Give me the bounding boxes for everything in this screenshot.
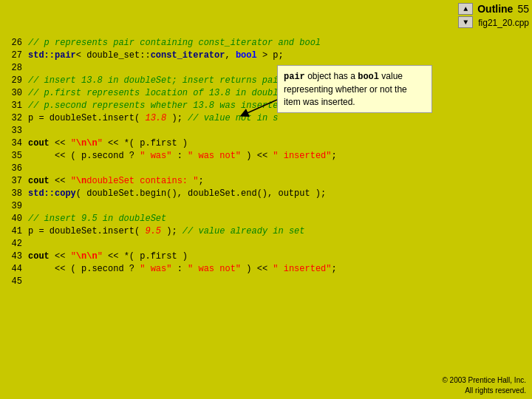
code-area: 26 // p represents pair containing const…: [0, 33, 532, 369]
code-line-33: 33: [0, 125, 532, 137]
line-num-35: 35: [0, 150, 28, 163]
code-line-36: 36: [0, 163, 532, 175]
tooltip-pair-keyword: pair: [284, 72, 305, 82]
code-line-29: 29 // insert 13.8 in doubleSet; insert r…: [0, 75, 532, 87]
code-line-27: 27 std::pair< double_set::const_iterator…: [0, 50, 532, 62]
code-line-30: 30 // p.first represents location of 13.…: [0, 87, 532, 100]
line-num-43: 43: [0, 250, 28, 263]
down-arrow-button[interactable]: ▼: [458, 16, 473, 28]
line-content-26: // p represents pair containing const_it…: [28, 37, 532, 50]
line-num-42: 42: [0, 238, 28, 250]
line-num-26: 26: [0, 37, 28, 50]
line-num-32: 32: [0, 112, 28, 125]
page-number: 55: [517, 3, 529, 15]
filename-badge: fig21_20.cpp: [478, 18, 529, 28]
line-content-44: << ( p.second ? " was" : " was not" ) <<…: [28, 263, 532, 276]
line-num-39: 39: [0, 200, 28, 213]
line-num-28: 28: [0, 62, 28, 75]
footer: © 2003 Prentice Hall, Inc. All rights re…: [442, 375, 526, 396]
line-num-31: 31: [0, 100, 28, 112]
line-content-37: cout << "\ndoubleSet contains: ";: [28, 175, 532, 188]
code-line-31: 31 // p.second represents whether 13.8 w…: [0, 100, 532, 112]
tooltip-text1: object has a: [305, 71, 358, 81]
header-row: ▲ ▼ Outline 55: [0, 3, 532, 28]
rights-line: All rights reserved.: [442, 386, 526, 396]
code-line-28: 28: [0, 62, 532, 75]
line-num-30: 30: [0, 87, 28, 100]
line-num-29: 29: [0, 75, 28, 87]
outline-label: Outline: [477, 3, 513, 15]
line-num-34: 34: [0, 137, 28, 150]
line-content-41: p = doubleSet.insert( 9.5 ); // value al…: [28, 225, 532, 238]
code-line-40: 40 // insert 9.5 in doubleSet: [0, 213, 532, 225]
code-line-41: 41 p = doubleSet.insert( 9.5 ); // value…: [0, 225, 532, 238]
line-num-41: 41: [0, 225, 28, 238]
line-content-38: std::copy( doubleSet.begin(), doubleSet.…: [28, 188, 532, 200]
line-content-34: cout << "\n\n" << *( p.first ): [28, 137, 532, 150]
line-content-27: std::pair< double_set::const_iterator, b…: [28, 50, 532, 62]
line-num-33: 33: [0, 125, 28, 137]
code-line-42: 42: [0, 238, 532, 250]
line-num-37: 37: [0, 175, 28, 188]
main-container: ▲ ▼ Outline 55 fig21_20.cpp 26 // p repr…: [0, 0, 532, 399]
line-num-44: 44: [0, 263, 28, 276]
line-num-27: 27: [0, 50, 28, 62]
code-line-32: 32 p = doubleSet.insert( 13.8 ); // valu…: [0, 112, 532, 125]
code-line-38: 38 std::copy( doubleSet.begin(), doubleS…: [0, 188, 532, 200]
tooltip-box: pair object has a bool value representin…: [277, 65, 432, 113]
nav-arrows: ▲ ▼: [458, 3, 473, 28]
code-line-35: 35 << ( p.second ? " was" : " was not" )…: [0, 150, 532, 163]
code-line-44: 44 << ( p.second ? " was" : " was not" )…: [0, 263, 532, 276]
code-line-45: 45: [0, 276, 532, 288]
line-content-40: // insert 9.5 in doubleSet: [28, 213, 532, 225]
line-content-35: << ( p.second ? " was" : " was not" ) <<…: [28, 150, 532, 163]
tooltip-bool-keyword: bool: [358, 72, 379, 82]
code-line-34: 34 cout << "\n\n" << *( p.first ): [0, 137, 532, 150]
filename: fig21_20.cpp: [478, 18, 529, 28]
line-content-32: p = doubleSet.insert( 13.8 ); // value n…: [28, 112, 532, 125]
up-arrow-button[interactable]: ▲: [458, 3, 473, 15]
line-num-36: 36: [0, 163, 28, 175]
line-content-43: cout << "\n\n" << *( p.first ): [28, 250, 532, 263]
line-num-38: 38: [0, 188, 28, 200]
code-line-37: 37 cout << "\ndoubleSet contains: ";: [0, 175, 532, 188]
code-line-26: 26 // p represents pair containing const…: [0, 37, 532, 50]
line-num-40: 40: [0, 213, 28, 225]
code-line-43: 43 cout << "\n\n" << *( p.first ): [0, 250, 532, 263]
line-num-45: 45: [0, 276, 28, 288]
code-line-39: 39: [0, 200, 532, 213]
copyright-line: © 2003 Prentice Hall, Inc.: [442, 375, 526, 386]
